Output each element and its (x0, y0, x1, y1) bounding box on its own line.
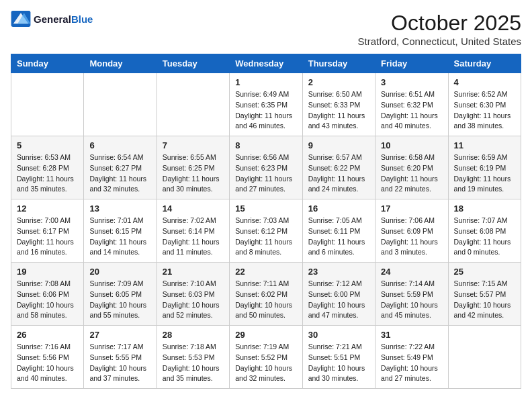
day-number: 14 (163, 203, 224, 214)
day-info: Sunrise: 7:12 AM Sunset: 6:00 PM Dayligh… (308, 279, 369, 321)
table-row: 17Sunrise: 7:06 AM Sunset: 6:09 PM Dayli… (375, 199, 448, 263)
day-number: 5 (17, 140, 78, 150)
day-number: 6 (89, 140, 150, 150)
day-info: Sunrise: 7:02 AM Sunset: 6:14 PM Dayligh… (163, 216, 224, 258)
day-number: 18 (454, 203, 515, 214)
header-thursday: Thursday (302, 54, 375, 73)
table-row: 10Sunrise: 6:58 AM Sunset: 6:20 PM Dayli… (375, 136, 448, 199)
day-info: Sunrise: 7:14 AM Sunset: 5:59 PM Dayligh… (381, 279, 442, 321)
table-row: 25Sunrise: 7:15 AM Sunset: 5:57 PM Dayli… (448, 263, 521, 326)
logo-icon (11, 11, 31, 27)
table-row: 28Sunrise: 7:18 AM Sunset: 5:53 PM Dayli… (157, 326, 229, 389)
week-row-1: 1Sunrise: 6:49 AM Sunset: 6:35 PM Daylig… (11, 73, 521, 136)
day-number: 31 (381, 330, 442, 340)
calendar-table: Sunday Monday Tuesday Wednesday Thursday… (11, 54, 521, 389)
table-row: 13Sunrise: 7:01 AM Sunset: 6:15 PM Dayli… (84, 199, 157, 263)
table-row: 23Sunrise: 7:12 AM Sunset: 6:00 PM Dayli… (302, 263, 375, 326)
day-number: 26 (17, 330, 78, 340)
day-info: Sunrise: 7:07 AM Sunset: 6:08 PM Dayligh… (454, 216, 515, 258)
calendar-subtitle: Stratford, Connecticut, United States (358, 36, 521, 47)
day-number: 24 (381, 267, 442, 277)
day-number: 11 (454, 140, 515, 150)
day-info: Sunrise: 6:54 AM Sunset: 6:27 PM Dayligh… (89, 152, 150, 195)
day-number: 8 (235, 140, 296, 150)
day-info: Sunrise: 6:49 AM Sunset: 6:35 PM Dayligh… (235, 89, 296, 132)
day-info: Sunrise: 7:22 AM Sunset: 5:49 PM Dayligh… (381, 342, 442, 384)
day-number: 28 (163, 330, 224, 340)
day-number: 10 (381, 140, 442, 150)
logo: GeneralBlue (11, 11, 93, 27)
table-row: 6Sunrise: 6:54 AM Sunset: 6:27 PM Daylig… (84, 136, 157, 199)
header-wednesday: Wednesday (230, 54, 302, 73)
week-row-2: 5Sunrise: 6:53 AM Sunset: 6:28 PM Daylig… (11, 136, 521, 199)
table-row: 22Sunrise: 7:11 AM Sunset: 6:02 PM Dayli… (230, 263, 302, 326)
day-number: 17 (381, 203, 442, 214)
day-info: Sunrise: 7:08 AM Sunset: 6:06 PM Dayligh… (17, 279, 78, 321)
day-number: 1 (235, 77, 296, 87)
day-info: Sunrise: 7:00 AM Sunset: 6:17 PM Dayligh… (17, 216, 78, 258)
table-row: 30Sunrise: 7:21 AM Sunset: 5:51 PM Dayli… (302, 326, 375, 389)
day-info: Sunrise: 7:18 AM Sunset: 5:53 PM Dayligh… (163, 342, 224, 384)
day-number: 2 (308, 77, 369, 87)
day-number: 30 (308, 330, 369, 340)
day-info: Sunrise: 7:01 AM Sunset: 6:15 PM Dayligh… (89, 216, 150, 258)
table-row (157, 73, 229, 136)
table-row: 24Sunrise: 7:14 AM Sunset: 5:59 PM Dayli… (375, 263, 448, 326)
day-info: Sunrise: 6:56 AM Sunset: 6:23 PM Dayligh… (235, 152, 296, 195)
table-row: 1Sunrise: 6:49 AM Sunset: 6:35 PM Daylig… (230, 73, 302, 136)
day-info: Sunrise: 7:15 AM Sunset: 5:57 PM Dayligh… (454, 279, 515, 321)
weekday-header-row: Sunday Monday Tuesday Wednesday Thursday… (11, 54, 521, 73)
day-number: 29 (235, 330, 296, 340)
day-info: Sunrise: 7:19 AM Sunset: 5:52 PM Dayligh… (235, 342, 296, 384)
table-row: 3Sunrise: 6:51 AM Sunset: 6:32 PM Daylig… (375, 73, 448, 136)
table-row: 2Sunrise: 6:50 AM Sunset: 6:33 PM Daylig… (302, 73, 375, 136)
table-row: 29Sunrise: 7:19 AM Sunset: 5:52 PM Dayli… (230, 326, 302, 389)
day-info: Sunrise: 6:58 AM Sunset: 6:20 PM Dayligh… (381, 152, 442, 195)
table-row: 9Sunrise: 6:57 AM Sunset: 6:22 PM Daylig… (302, 136, 375, 199)
day-info: Sunrise: 7:09 AM Sunset: 6:05 PM Dayligh… (89, 279, 150, 321)
table-row: 21Sunrise: 7:10 AM Sunset: 6:03 PM Dayli… (157, 263, 229, 326)
day-number: 19 (17, 267, 78, 277)
week-row-4: 19Sunrise: 7:08 AM Sunset: 6:06 PM Dayli… (11, 263, 521, 326)
table-row: 12Sunrise: 7:00 AM Sunset: 6:17 PM Dayli… (11, 199, 84, 263)
day-info: Sunrise: 7:17 AM Sunset: 5:55 PM Dayligh… (89, 342, 150, 384)
table-row: 18Sunrise: 7:07 AM Sunset: 6:08 PM Dayli… (448, 199, 521, 263)
header-friday: Friday (375, 54, 448, 73)
table-row: 4Sunrise: 6:52 AM Sunset: 6:30 PM Daylig… (448, 73, 521, 136)
day-info: Sunrise: 6:55 AM Sunset: 6:25 PM Dayligh… (163, 152, 224, 195)
header-tuesday: Tuesday (157, 54, 229, 73)
day-info: Sunrise: 7:05 AM Sunset: 6:11 PM Dayligh… (308, 216, 369, 258)
day-info: Sunrise: 7:10 AM Sunset: 6:03 PM Dayligh… (163, 279, 224, 321)
day-info: Sunrise: 6:57 AM Sunset: 6:22 PM Dayligh… (308, 152, 369, 195)
day-info: Sunrise: 6:52 AM Sunset: 6:30 PM Dayligh… (454, 89, 515, 132)
table-row: 16Sunrise: 7:05 AM Sunset: 6:11 PM Dayli… (302, 199, 375, 263)
week-row-5: 26Sunrise: 7:16 AM Sunset: 5:56 PM Dayli… (11, 326, 521, 389)
table-row (11, 73, 84, 136)
week-row-3: 12Sunrise: 7:00 AM Sunset: 6:17 PM Dayli… (11, 199, 521, 263)
table-row: 5Sunrise: 6:53 AM Sunset: 6:28 PM Daylig… (11, 136, 84, 199)
day-number: 13 (89, 203, 150, 214)
table-row (84, 73, 157, 136)
table-row: 14Sunrise: 7:02 AM Sunset: 6:14 PM Dayli… (157, 199, 229, 263)
day-number: 15 (235, 203, 296, 214)
day-number: 9 (308, 140, 369, 150)
day-number: 22 (235, 267, 296, 277)
table-row: 26Sunrise: 7:16 AM Sunset: 5:56 PM Dayli… (11, 326, 84, 389)
header-saturday: Saturday (448, 54, 521, 73)
page-header: GeneralBlue October 2025 Stratford, Conn… (11, 11, 521, 47)
day-number: 4 (454, 77, 515, 87)
table-row: 19Sunrise: 7:08 AM Sunset: 6:06 PM Dayli… (11, 263, 84, 326)
day-info: Sunrise: 7:21 AM Sunset: 5:51 PM Dayligh… (308, 342, 369, 384)
day-info: Sunrise: 7:03 AM Sunset: 6:12 PM Dayligh… (235, 216, 296, 258)
day-number: 27 (89, 330, 150, 340)
day-info: Sunrise: 6:53 AM Sunset: 6:28 PM Dayligh… (17, 152, 78, 195)
table-row: 20Sunrise: 7:09 AM Sunset: 6:05 PM Dayli… (84, 263, 157, 326)
day-info: Sunrise: 7:11 AM Sunset: 6:02 PM Dayligh… (235, 279, 296, 321)
table-row: 8Sunrise: 6:56 AM Sunset: 6:23 PM Daylig… (230, 136, 302, 199)
table-row: 15Sunrise: 7:03 AM Sunset: 6:12 PM Dayli… (230, 199, 302, 263)
table-row (448, 326, 521, 389)
day-info: Sunrise: 6:59 AM Sunset: 6:19 PM Dayligh… (454, 152, 515, 195)
header-sunday: Sunday (11, 54, 84, 73)
day-info: Sunrise: 7:06 AM Sunset: 6:09 PM Dayligh… (381, 216, 442, 258)
day-number: 16 (308, 203, 369, 214)
